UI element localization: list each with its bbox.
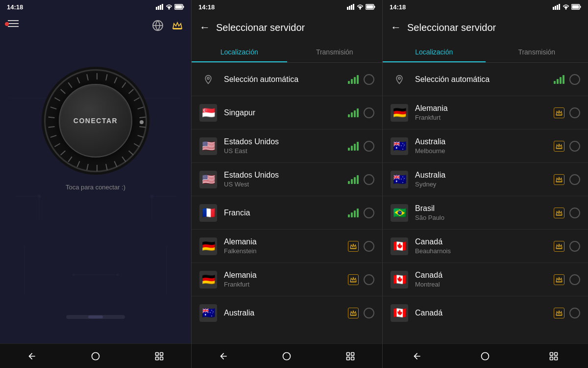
- signal-bars-auto-3: [554, 75, 564, 84]
- svg-rect-64: [347, 7, 348, 10]
- svg-rect-86: [572, 5, 579, 9]
- server-item-ca-beau-3[interactable]: 🇨🇦 Canadá Beauharnois: [383, 230, 588, 263]
- bar-1: [554, 81, 556, 84]
- connect-subtext: Toca para conectar :): [66, 184, 125, 191]
- server-item-auto-3[interactable]: Selección automática: [383, 63, 588, 96]
- flag-us-west: 🇺🇸: [199, 171, 217, 188]
- tab-localizacion-3[interactable]: Localización: [383, 41, 486, 62]
- svg-line-45: [77, 161, 79, 167]
- back-button-2[interactable]: ←: [199, 21, 210, 34]
- server-actions-auto-2: [348, 74, 374, 85]
- server-title-3: Seleccionar servidor: [407, 22, 496, 33]
- server-item-au-2[interactable]: 🇦🇺 Australia: [192, 296, 382, 330]
- server-sub-ca-mon-3: Montreal: [415, 281, 554, 288]
- tab-localizacion-2[interactable]: Localización: [192, 41, 287, 62]
- server-item-au-syd-3[interactable]: 🇦🇺 Australia Sydney: [383, 163, 588, 196]
- svg-rect-83: [559, 4, 560, 10]
- radio-de-falk-2[interactable]: [364, 241, 374, 252]
- svg-rect-97: [555, 352, 558, 355]
- server-sub-au-syd-3: Sydney: [415, 181, 554, 188]
- svg-line-44: [87, 164, 88, 170]
- server-item-sg-2[interactable]: 🇸🇬 Singapur: [192, 96, 382, 130]
- server-item-de-falk-2[interactable]: 🇩🇪 Alemania Falkenstein: [192, 230, 382, 263]
- server-actions-au-melb-3: [554, 141, 580, 152]
- svg-line-31: [122, 82, 126, 88]
- server-name-br-3: Brasil: [415, 204, 554, 213]
- svg-rect-92: [556, 248, 562, 249]
- tab-transmision-2[interactable]: Transmisión: [287, 41, 383, 62]
- nav-home-3[interactable]: [475, 346, 495, 366]
- back-button-3[interactable]: ←: [391, 21, 401, 34]
- pro-badge-br: [554, 208, 564, 218]
- svg-line-36: [140, 127, 146, 127]
- svg-line-46: [68, 157, 72, 162]
- radio-de-3[interactable]: [569, 107, 580, 118]
- signal-icon-3: [553, 4, 561, 10]
- svg-line-57: [87, 74, 88, 80]
- server-name-sg-2: Singapur: [224, 108, 348, 117]
- server-name-de-fra-2: Alemania: [224, 271, 348, 280]
- battery-icon-2: [366, 4, 375, 10]
- bottom-connector: [0, 315, 191, 343]
- radio-us-east-2[interactable]: [364, 141, 374, 152]
- server-item-us-west-2[interactable]: 🇺🇸 Estados Unidos US West: [192, 163, 382, 196]
- svg-rect-88: [556, 115, 562, 116]
- menu-area: [8, 20, 19, 31]
- server-info-de-falk-2: Alemania Falkenstein: [224, 237, 348, 255]
- server-sub-br-3: São Paulo: [415, 214, 554, 221]
- flag-ca-mon: 🇨🇦: [391, 271, 408, 289]
- server-item-fr-2[interactable]: 🇫🇷 Francia: [192, 196, 382, 230]
- server-item-ca-mon-3[interactable]: 🇨🇦 Canadá Montreal: [383, 263, 588, 296]
- flag-ca-3: 🇨🇦: [391, 304, 408, 322]
- hamburger-button[interactable]: [8, 20, 19, 27]
- radio-au-2[interactable]: [364, 308, 374, 318]
- server-item-us-east-2[interactable]: 🇺🇸 Estados Unidos US East: [192, 130, 382, 163]
- nav-back-2[interactable]: [214, 346, 233, 366]
- svg-point-68: [360, 8, 361, 10]
- bar-4: [357, 142, 359, 151]
- radio-auto-2[interactable]: [364, 74, 374, 85]
- server-actions-fr-2: [348, 208, 374, 218]
- server-item-br-3[interactable]: 🇧🇷 Brasil São Paulo: [383, 196, 588, 230]
- nav-recents-2[interactable]: [341, 346, 360, 366]
- radio-fr-2[interactable]: [364, 208, 374, 218]
- radio-br-3[interactable]: [569, 208, 580, 218]
- server-item-au-melb-3[interactable]: 🇦🇺 Australia Melbourne: [383, 130, 588, 163]
- server-item-de-fra-3[interactable]: 🇩🇪 Alemania Frankfurt: [383, 96, 588, 130]
- radio-auto-3[interactable]: [569, 74, 580, 85]
- nav-recents-3[interactable]: [544, 346, 564, 366]
- svg-point-84: [565, 8, 567, 10]
- server-item-ca-3[interactable]: 🇨🇦 Canadá: [383, 296, 588, 330]
- server-info-br-3: Brasil São Paulo: [415, 204, 554, 221]
- radio-sg-2[interactable]: [364, 107, 374, 118]
- server-item-auto-2[interactable]: Selección automática: [192, 63, 382, 96]
- bar-1: [348, 181, 350, 184]
- server-name-au-2: Australia: [224, 309, 348, 317]
- nav-back-3[interactable]: [407, 346, 427, 366]
- pro-badge-ca-3: [554, 308, 564, 318]
- nav-home-2[interactable]: [277, 346, 296, 366]
- radio-au-melb-3[interactable]: [569, 141, 580, 152]
- radio-us-west-2[interactable]: [364, 174, 374, 185]
- svg-line-49: [50, 135, 56, 137]
- svg-line-47: [61, 151, 66, 155]
- radio-ca-3[interactable]: [569, 308, 580, 318]
- server-name-ca-mon-3: Canadá: [415, 271, 554, 280]
- server-info-ca-mon-3: Canadá Montreal: [415, 271, 554, 288]
- svg-rect-82: [557, 5, 558, 10]
- bar-1: [348, 81, 350, 84]
- svg-rect-78: [347, 357, 350, 360]
- pro-badge-de-falk: [348, 241, 359, 252]
- svg-rect-91: [556, 215, 562, 216]
- bar-2: [351, 112, 353, 117]
- radio-au-syd-3[interactable]: [569, 174, 580, 185]
- server-item-de-fra-2[interactable]: 🇩🇪 Alemania Frankfurt: [192, 263, 382, 296]
- radio-de-fra-2[interactable]: [364, 274, 374, 285]
- radio-ca-beau-3[interactable]: [569, 241, 580, 252]
- radio-ca-mon-3[interactable]: [569, 274, 580, 285]
- bar-1: [348, 148, 350, 151]
- flag-au-melb: 🇦🇺: [391, 137, 408, 155]
- bar-2: [351, 179, 353, 184]
- tab-transmision-3[interactable]: Transmisión: [486, 41, 588, 62]
- pro-badge-au-melb: [554, 141, 564, 152]
